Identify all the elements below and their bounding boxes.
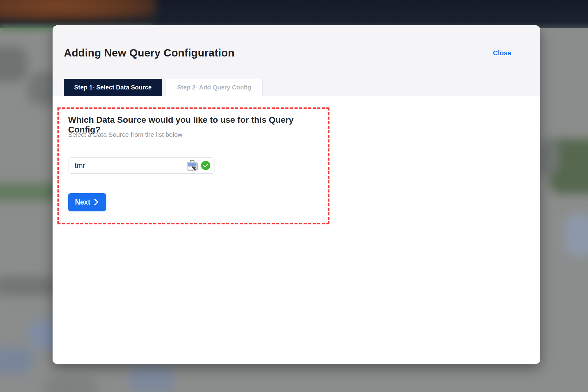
highlight-dashed-box: Which Data Source would you like to use … <box>57 107 329 224</box>
background-blob <box>0 276 58 296</box>
step-tabs: Step 1- Select Data Source Step 2- Add Q… <box>64 79 263 96</box>
modal-header: Adding New Query Configuration Close Ste… <box>53 25 540 96</box>
data-source-value: tmr <box>75 161 186 170</box>
next-button-label: Next <box>75 198 90 206</box>
success-check-icon <box>201 161 210 170</box>
background-blob <box>0 46 28 82</box>
data-source-icons <box>186 160 210 171</box>
next-button[interactable]: Next <box>68 193 106 211</box>
toolbox-icon <box>186 160 198 171</box>
background-top-nav <box>0 0 588 28</box>
add-query-config-modal: Adding New Query Configuration Close Ste… <box>53 25 540 364</box>
question-hint: Select a Data Source from the list below <box>68 131 182 138</box>
chevron-right-icon <box>94 198 99 206</box>
background-logo-blob <box>0 0 156 21</box>
background-blob <box>565 214 588 256</box>
modal-title: Adding New Query Configuration <box>64 47 234 59</box>
background-blob <box>0 347 34 374</box>
background-blob <box>128 365 174 392</box>
data-source-select[interactable]: tmr <box>68 157 215 174</box>
background-blob <box>538 139 559 176</box>
tab-step1-select-data-source[interactable]: Step 1- Select Data Source <box>64 79 162 96</box>
background-blob <box>43 377 98 392</box>
modal-body: Which Data Source would you like to use … <box>53 96 540 364</box>
close-button[interactable]: Close <box>493 49 511 57</box>
tab-step2-add-query-config[interactable]: Step 2- Add Query Config <box>166 79 263 96</box>
